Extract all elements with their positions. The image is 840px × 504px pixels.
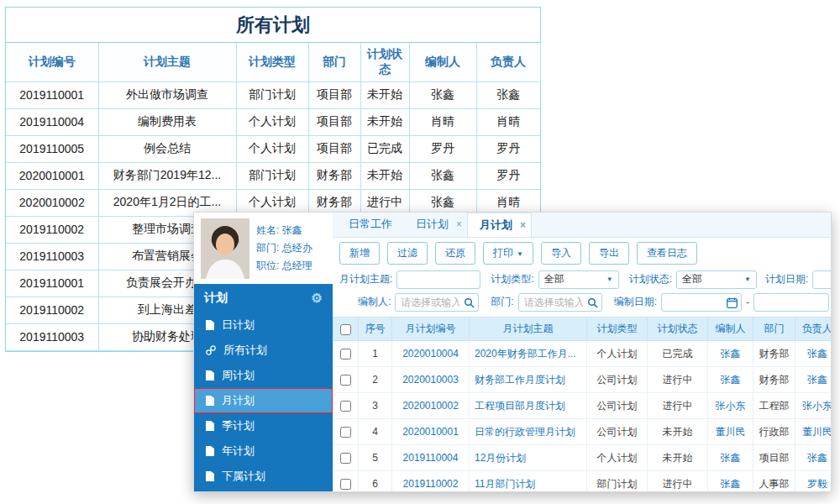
compiler-link[interactable]: 张鑫	[721, 478, 741, 490]
row-checkbox[interactable]	[340, 427, 351, 438]
plan-subject-link[interactable]: 日常的行政管理月计划	[475, 426, 575, 438]
cell-status: 进行中	[648, 367, 708, 393]
filter-button[interactable]: 过滤	[387, 242, 428, 265]
plan-date-input[interactable]	[812, 270, 832, 289]
tab-month-plan[interactable]: 月计划 ×	[467, 213, 532, 237]
cell-no: 1	[359, 341, 392, 367]
cell-select	[333, 471, 359, 493]
monthly-plan-table: 序号月计划编号月计划主题计划类型计划状态编制人部门负责人 1 202001000…	[333, 317, 832, 492]
cell-status: 进行中	[648, 471, 708, 493]
plan-code-link[interactable]: 2019110002	[403, 478, 459, 490]
cell-select	[333, 445, 359, 471]
table-row[interactable]: 6 2019110002 11月部门计划 部门计划 进行中 张鑫 人事部 罗毅	[333, 471, 832, 493]
plan-code-link[interactable]: 2020010004	[402, 348, 459, 360]
tab-daily-work[interactable]: 日常工作	[337, 213, 404, 237]
row-checkbox[interactable]	[340, 453, 351, 464]
plan-subject-link[interactable]: 11月部门计划	[475, 478, 535, 490]
owner-link[interactable]: 罗毅	[807, 478, 827, 490]
plan-code-link[interactable]: 2020010002	[402, 400, 459, 412]
plan-status-select[interactable]: 全部 ▼	[676, 270, 757, 289]
compiler-link[interactable]: 董川民	[716, 426, 746, 438]
print-button[interactable]: 打印▼	[483, 242, 533, 265]
row-checkbox[interactable]	[340, 349, 351, 360]
cell-subject: 12月份计划	[470, 445, 587, 471]
monthly-plan-window: 姓名: 张鑫 部门: 总经办 职位: 总经理 计划 ⚙ 日计划 所有计划	[193, 212, 832, 492]
tab-bar: 日常工作 日计划 × 月计划 ×	[333, 213, 831, 238]
all-plans-title: 所有计划	[6, 8, 540, 43]
subject-filter-input[interactable]	[396, 270, 480, 289]
cell-plan-code: 2019110002	[6, 216, 98, 243]
cell-dept: 人事部	[753, 471, 795, 493]
plan-subject-link[interactable]: 12月份计划	[475, 452, 526, 464]
column-header: 计划主题	[98, 43, 236, 81]
owner-link[interactable]: 董川民	[802, 426, 832, 438]
sidebar-item-day-plan[interactable]: 日计划	[194, 312, 333, 338]
sidebar-item-year-plan[interactable]: 年计划	[194, 438, 333, 464]
sidebar-item-week-plan[interactable]: 周计划	[194, 363, 333, 388]
close-icon[interactable]: ×	[520, 213, 526, 237]
plan-type-select[interactable]: 全部 ▼	[538, 270, 619, 289]
row-checkbox[interactable]	[340, 479, 351, 490]
cell-status: 未开始	[648, 419, 708, 445]
profile-info: 姓名: 张鑫 部门: 总经办 职位: 总经理	[256, 222, 312, 275]
owner-link[interactable]: 张鑫	[807, 374, 827, 386]
close-icon[interactable]: ×	[456, 213, 462, 236]
table-row[interactable]: 2020010001 财务部门2019年12... 部门计划 财务部 未开始 张…	[6, 162, 540, 189]
select-all-header	[333, 318, 359, 341]
plan-subject-link[interactable]: 2020年财务部工作月...	[475, 348, 576, 360]
sidebar-item-quarter-plan[interactable]: 季计划	[194, 413, 333, 438]
add-button[interactable]: 新增	[339, 242, 380, 265]
import-button[interactable]: 导入	[541, 242, 581, 265]
reset-button[interactable]: 还原	[435, 242, 475, 265]
row-checkbox[interactable]	[340, 401, 351, 412]
cell-plan-status: 已完成	[360, 135, 409, 162]
plan-code-link[interactable]: 2020010001	[402, 426, 459, 438]
plan-code-link[interactable]: 2020010003	[402, 374, 459, 386]
cell-plan-code: 2019110001	[6, 270, 98, 297]
cell-plan-status: 未开始	[360, 81, 409, 108]
table-row[interactable]: 5 2019110004 12月份计划 个人计划 未开始 张鑫 项目部 张鑫	[333, 445, 832, 471]
table-row[interactable]: 2019110005 例会总结 个人计划 项目部 已完成 罗丹 罗丹	[6, 135, 540, 162]
document-icon	[206, 421, 214, 431]
table-row[interactable]: 2019110004 编制费用表 个人计划 项目部 未开始 肖晴 肖晴	[6, 108, 540, 135]
search-icon[interactable]	[587, 297, 598, 308]
owner-link[interactable]: 张鑫	[807, 452, 827, 464]
document-icon	[206, 320, 214, 330]
sidebar-header-label: 计划	[204, 291, 228, 306]
plan-subject-link[interactable]: 工程项目部月度计划	[475, 400, 565, 412]
table-row[interactable]: 1 2020010004 2020年财务部工作月... 个人计划 已完成 张鑫 …	[333, 341, 832, 367]
owner-link[interactable]: 张鑫	[807, 348, 827, 360]
view-log-button[interactable]: 查看日志	[637, 242, 697, 265]
table-row[interactable]: 3 2020010002 工程项目部月度计划 公司计划 进行中 张小东 工程部 …	[333, 393, 832, 419]
cell-code: 2020010002	[392, 393, 470, 419]
select-all-checkbox[interactable]	[340, 324, 351, 335]
table-row[interactable]: 2019110001 外出做市场调查 部门计划 项目部 未开始 张鑫 张鑫	[6, 81, 540, 108]
sidebar-item-label: 年计划	[222, 444, 255, 459]
compiler-link[interactable]: 张鑫	[721, 348, 741, 360]
table-row[interactable]: 4 2020010001 日常的行政管理月计划 公司计划 未开始 董川民 行政部…	[333, 419, 832, 445]
cell-type: 部门计划	[587, 471, 648, 493]
cell-code: 2020010001	[392, 419, 470, 445]
calendar-icon[interactable]	[727, 297, 738, 308]
compiler-link[interactable]: 张鑫	[721, 452, 741, 464]
sidebar-item-month-plan[interactable]: 月计划	[194, 388, 333, 413]
sidebar-item-all-plans[interactable]: 所有计划	[194, 338, 333, 363]
toolbar: 新增 过滤 还原 打印▼ 导入 导出 查看日志	[333, 238, 831, 268]
search-icon[interactable]	[464, 297, 475, 308]
tab-day-plan[interactable]: 日计划 ×	[404, 213, 467, 237]
sidebar-item-subordinate-plans[interactable]: 下属计划	[194, 464, 333, 489]
row-checkbox[interactable]	[340, 375, 351, 386]
owner-link[interactable]: 张小东	[802, 400, 832, 412]
compiler-link[interactable]: 张鑫	[721, 374, 741, 386]
plan-subject-link[interactable]: 财务部工作月度计划	[475, 374, 565, 386]
cell-no: 2	[359, 367, 392, 393]
compiler-link[interactable]: 张小东	[716, 400, 746, 412]
table-row[interactable]: 2 2020010003 财务部工作月度计划 公司计划 进行中 张鑫 财务部 张…	[333, 367, 832, 393]
cell-plan-type: 个人计划	[236, 135, 308, 162]
gear-icon[interactable]: ⚙	[312, 291, 323, 306]
sidebar-item-label: 日计划	[222, 318, 255, 333]
compile-date-to-input[interactable]	[753, 293, 829, 312]
plan-code-link[interactable]: 2019110004	[403, 452, 459, 464]
export-button[interactable]: 导出	[589, 242, 629, 265]
cell-compiler: 张鑫	[708, 445, 753, 471]
